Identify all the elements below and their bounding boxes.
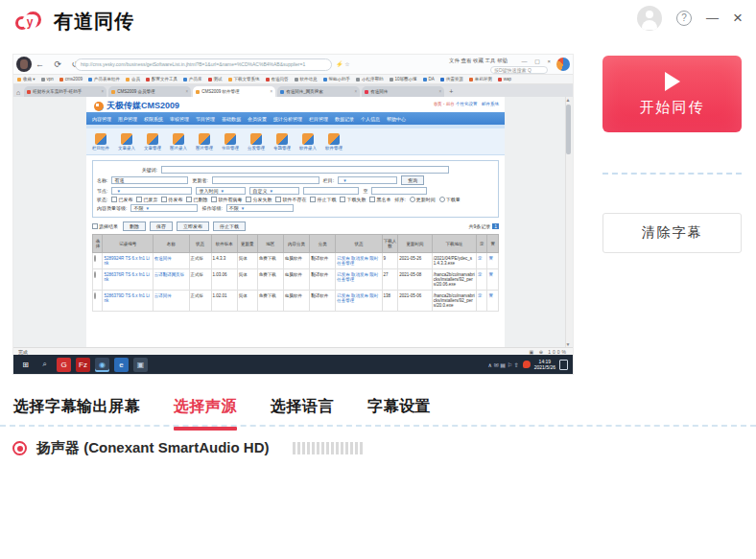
cms-date-to [371,187,427,195]
browser-tab: 有道同传× [362,86,444,97]
browser-viewport: 天极传媒CMS2009 首页 - 后台 个性化设置 邮件系统 内容管理用户管理权… [13,97,573,347]
radio-selected-icon[interactable] [12,441,27,455]
tray-icons: ∧ ✉ ▤ ⚐ ⇧ [488,361,519,368]
taskbar-icon: ▣ [133,358,148,372]
app-title: 有道同传 [54,9,134,35]
cms-sort-radio: 更新时间 [410,197,436,202]
table-header-cell: 下载地址 [432,235,476,253]
bookmark-favicon [356,78,360,82]
table-header-cell: 下载人数 [382,235,398,253]
table-header-cell: 分类 [310,235,336,253]
bookmark-item: cms2009 [59,77,83,82]
user-avatar[interactable] [637,6,662,31]
browser-window-controls: — ▢ × [521,58,554,64]
bookmark-item: 会员 [126,77,140,82]
help-icon[interactable]: ? [676,11,692,26]
tab-close-icon: × [102,89,105,94]
bookmark-item: 收藏 ▾ [17,77,35,82]
cms-tool-item: 软件录入 [299,133,317,151]
tab-favicon [111,90,115,94]
cms-logo: 天极传媒CMS2009 [94,100,179,112]
cms-name-input: 有道 [111,176,188,184]
browser-tab: CMS2009 会员管理× [108,86,191,97]
cms-menu-item: 权限系统 [144,116,163,122]
tab-close-icon: × [355,89,358,94]
cms-menu-item: 数据记录 [335,116,354,122]
browser-nav-bar: ← ⟳ ↺ http://cms.yesky.com/business/getS… [13,55,573,75]
settings-tab[interactable]: 选择声源 [174,397,237,427]
cms-keyword-input [161,166,449,174]
bookmark-favicon [498,78,502,82]
cms-menu-item: 用户管理 [118,116,137,122]
bookmarks-bar: 收藏 ▾vpncms2009产品表单组件会员配置文件工具产品库测试下载文管系统有… [13,75,573,84]
tab-favicon [27,90,31,94]
cms-tool-icon [199,133,210,145]
sogou-tray-icon [523,361,531,368]
taskbar-icon: G [57,358,71,372]
audio-source-label: 扬声器 (Conexant SmartAudio HD) [36,439,270,457]
new-tab-icon: + [449,88,453,95]
cms-tool-item: 文章管理 [144,133,161,151]
cms-action-button: 停止下载 [213,221,246,231]
bookmark-item: 10届圈小懂 [390,77,417,82]
cms-query-button: 查询 [401,175,424,185]
bookmark-item: 供需资源 [440,77,463,82]
settings-tab[interactable]: 字幕设置 [367,397,431,427]
cms-menu-item: 审核管理 [170,116,189,122]
table-header-cell: 更新量 [237,235,257,253]
cms-column-select [338,176,397,184]
cms-level-select: 不限 [226,204,294,212]
clear-subtitles-button[interactable]: 清除字幕 [602,213,742,253]
bookmark-favicon [423,78,427,82]
cms-menu-item: 个人信息 [361,116,380,122]
tab-close-icon: × [439,89,442,94]
cms-action-button: 保存 [150,221,173,231]
row-radio [94,271,96,278]
cms-status-checkbox: 已废弃 [136,197,157,202]
cms-tool-item: 图片管理 [196,133,213,151]
cms-status-checkbox: 软件不存在 [275,197,306,202]
cms-menubar: 内容管理用户管理权限系统审核管理节目管理基础数据会员设置统计分析管理栏目管理数据… [86,112,505,125]
browser-tab: 有道同传_网页搜索× [277,86,360,97]
youdao-tongchuan-window: y 有道同传 ? — × ← ⟳ ↺ http://cms.yesky.com/… [0,0,756,559]
cms-tool-icon [328,133,340,145]
bookmark-item: 下载文管系统 [228,77,260,82]
start-button[interactable]: 开始同传 [602,56,742,132]
cms-page: 天极传媒CMS2009 首页 - 后台 个性化设置 邮件系统 内容管理用户管理权… [86,97,505,347]
audio-source-option[interactable]: 扬声器 (Conexant SmartAudio HD) [12,439,363,457]
settings-tab[interactable]: 选择字幕输出屏幕 [13,397,140,427]
cms-menu-item: 统计分析管理 [273,116,302,122]
settings-tab[interactable]: 选择语言 [271,397,334,427]
bookmark-favicon [323,78,327,82]
bookmark-item: 单机评测 [469,77,492,82]
bookmark-favicon [17,78,21,82]
notification-center-icon [559,360,568,370]
bookmark-item: vpn [41,77,54,82]
table-header-cell: 更新时间 [398,235,433,253]
cms-actions-row: 选择结果 删除保存立即发布停止下载 共9条记录1 [92,221,499,231]
cms-menu-item: 帮助中心 [387,116,406,122]
table-header-cell: 名称 [153,235,189,253]
cms-tool-icon [121,133,132,145]
screen-preview: ← ⟳ ↺ http://cms.yesky.com/business/getS… [13,55,573,374]
minimize-button[interactable]: — [706,6,719,31]
tab-close-icon: × [271,89,273,94]
cms-status-checkbox: 分发失败 [246,197,272,202]
cms-menu-item: 基础数据 [222,116,241,122]
bookmark-favicon [41,78,45,82]
bookmark-favicon [469,78,473,82]
browser-tab: 旺财谷火车票助手-旺助手× [24,86,106,97]
cms-tool-icon [302,133,314,145]
cms-action-button: 立即发布 [177,221,209,231]
panel-divider [602,173,742,175]
table-header-cell: 地区 [257,235,283,253]
cms-status-checkbox: 已发布 [111,197,132,202]
table-header-cell: 选择 [93,235,103,253]
cms-top-links: 首页 - 后台 个性化设置 邮件系统 [434,102,499,106]
browser-search-box: 按D键快速搜索 Q [490,66,548,74]
close-button[interactable]: × [733,6,743,31]
bookmark-item: 软件信息 [295,77,318,82]
windows-taskbar: ⊞⌕GFz◉e▣ ∧ ✉ ▤ ⚐ ⇧ 14:192021/5/26 [13,355,573,374]
table-header-cell: 记录编号 [103,235,153,253]
cms-date-from [303,187,359,195]
